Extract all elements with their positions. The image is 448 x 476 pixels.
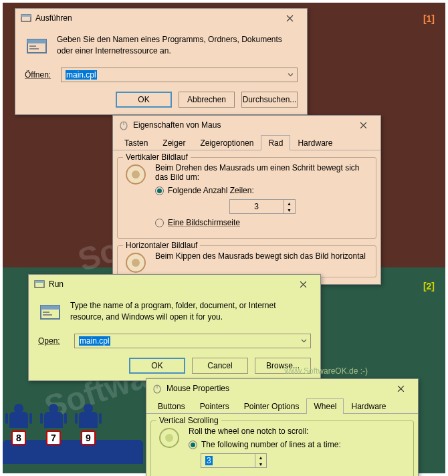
svg-point-9 [132, 170, 140, 178]
run-dialog-en: Run Type the name of a program, folder, … [28, 274, 321, 381]
run-large-icon [38, 300, 62, 324]
open-label: Open: [38, 336, 68, 346]
svg-rect-5 [29, 48, 39, 49]
wheel-icon [124, 251, 147, 274]
mouse-properties-de: Eigenschaften von Maus Tasten Zeiger Zei… [112, 115, 381, 285]
horizontal-scroll-group: Horizontaler Bildlauf [123, 241, 200, 250]
close-button[interactable] [351, 117, 375, 133]
tab-wheel[interactable]: Rad [261, 135, 290, 150]
run-description: Geben Sie den Namen eines Programms, Ord… [57, 34, 298, 58]
dialog-title: Mouse Properties [166, 384, 388, 393]
close-button[interactable] [388, 380, 413, 396]
svg-rect-13 [35, 281, 44, 283]
dialog-title: Run [49, 279, 291, 289]
marker-2: [2] [423, 281, 435, 291]
radio-icon [155, 219, 164, 227]
open-combobox[interactable]: main.cpl [74, 334, 311, 348]
cancel-button[interactable]: Abbrechen [179, 92, 235, 108]
radio-icon [189, 441, 197, 449]
wheel-icon [124, 163, 147, 186]
tab-buttons[interactable]: Tasten [117, 135, 155, 150]
close-button[interactable] [277, 10, 302, 26]
tab-hardware[interactable]: Hardware [344, 398, 393, 414]
radio-lines[interactable]: The following number of lines at a time: [189, 440, 407, 449]
ok-button[interactable]: OK [116, 92, 172, 108]
judge-figure: 9 [74, 404, 103, 445]
run-icon [21, 13, 31, 23]
svg-rect-1 [21, 15, 31, 17]
tab-pointer-options[interactable]: Pointer Options [237, 398, 307, 414]
chevron-down-icon[interactable] [297, 334, 310, 348]
vertical-scroll-group: Vertikaler Bildlauf [123, 152, 191, 162]
spinner-up[interactable]: ▲ [284, 200, 295, 207]
close-button[interactable] [291, 276, 315, 292]
horizontal-scroll-text: Beim Kippen des Mausrads bewegt sich das… [155, 251, 369, 274]
ok-button[interactable]: OK [129, 358, 185, 374]
run-description: Type the name of a program, folder, docu… [70, 300, 311, 324]
dialog-title: Eigenschaften von Maus [133, 120, 351, 130]
tab-hardware[interactable]: Hardware [290, 135, 340, 150]
tab-pointer-options[interactable]: Zeigeroptionen [193, 135, 261, 150]
judge-figure: 8 [4, 404, 33, 445]
spinner-down[interactable]: ▼ [284, 207, 295, 213]
marker-1: [1] [423, 13, 435, 24]
svg-point-11 [132, 259, 140, 267]
svg-rect-3 [27, 39, 46, 43]
svg-rect-17 [43, 314, 52, 316]
svg-rect-16 [43, 312, 49, 313]
open-combobox[interactable]: main.cpl [61, 68, 298, 82]
tab-pointers[interactable]: Pointers [193, 398, 237, 414]
run-large-icon [25, 34, 49, 58]
lines-spinner[interactable]: 3 ▲ ▼ [201, 453, 267, 468]
dialog-title: Ausführen [35, 13, 277, 23]
url-text: www.SoftwareOK.de :-) [284, 366, 368, 376]
mouse-icon [118, 120, 129, 130]
run-dialog-de: Ausführen Geben Sie den Namen eines Prog… [15, 8, 308, 115]
tab-buttons[interactable]: Buttons [150, 398, 193, 414]
tab-pointers[interactable]: Zeiger [155, 135, 193, 150]
judge-figure: 7 [39, 404, 68, 445]
svg-rect-15 [41, 306, 60, 310]
vertical-scroll-text: Beim Drehen des Mausrads um einen Schrit… [155, 163, 369, 182]
tab-wheel[interactable]: Wheel [306, 398, 344, 414]
vertical-scroll-text: Roll the wheel one notch to scroll: [189, 427, 407, 436]
mouse-icon [152, 383, 162, 394]
spinner-down[interactable]: ▼ [255, 461, 266, 467]
vertical-scroll-group: Vertical Scrolling [156, 416, 221, 425]
radio-screen[interactable]: Eine Bildschirmseite [155, 218, 369, 227]
lines-spinner[interactable]: 3 ▲ ▼ [229, 199, 296, 214]
cancel-button[interactable]: Cancel [192, 358, 248, 374]
spinner-up[interactable]: ▲ [255, 454, 266, 461]
chevron-down-icon[interactable] [284, 68, 297, 82]
svg-point-21 [165, 434, 173, 442]
mouse-properties-en: Mouse Properties Buttons Pointers Pointe… [146, 378, 419, 476]
radio-lines[interactable]: Folgende Anzahl Zeilen: [155, 186, 369, 195]
radio-icon [155, 187, 164, 195]
browse-button[interactable]: Durchsuchen... [241, 92, 298, 108]
open-label: Öffnen: [25, 70, 54, 80]
judges: 8 7 9 [4, 404, 103, 445]
svg-rect-4 [29, 45, 36, 47]
wheel-icon [158, 427, 181, 449]
run-icon [34, 279, 45, 289]
